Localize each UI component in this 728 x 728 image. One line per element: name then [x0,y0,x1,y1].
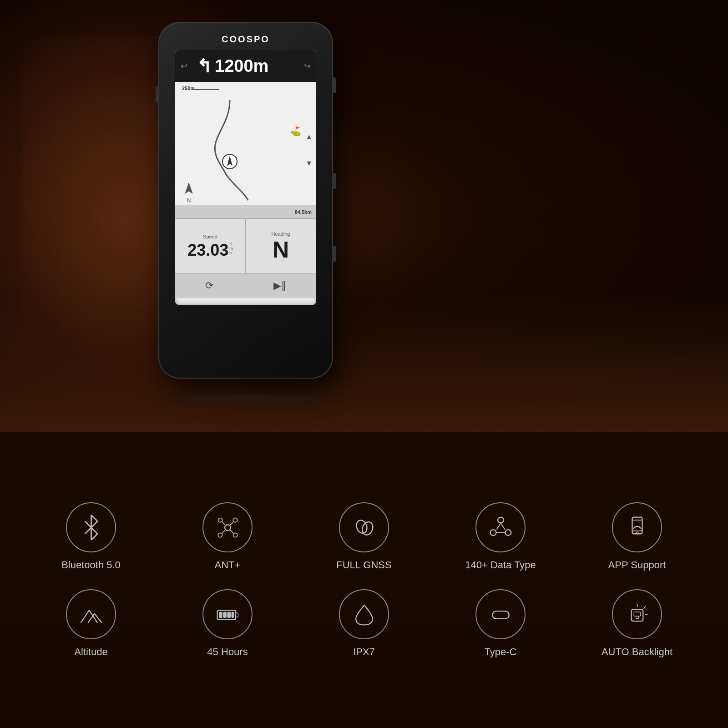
svg-point-16 [498,517,504,523]
svg-rect-32 [492,611,509,619]
svg-text:N: N [187,197,191,204]
lap-button[interactable]: ⟳ [205,280,213,292]
svg-marker-2 [185,183,192,193]
altitude-icon [79,602,104,627]
brand-label: COOSPO [222,34,270,45]
app-icon-circle [612,502,662,552]
bottom-section: Bluetooth 5.0 ANT+ [0,432,728,728]
svg-text:⛳: ⛳ [290,126,301,136]
waterproof-icon [352,602,377,627]
datatype-label: 140+ Data Type [465,559,536,571]
datatype-icon [488,515,513,540]
scroll-up-icon[interactable]: ▲ [305,133,313,141]
map-route-svg: N ⛳ [175,82,316,218]
top-section: COOSPO ↩ ↰ 1200m ↪ [0,0,728,432]
stats-row: Speed 23.03 Kmh Heading N [175,218,316,273]
ant-plus-icon [215,515,240,540]
svg-point-14 [354,519,369,535]
play-pause-button[interactable]: ▶‖ [273,280,286,292]
backlight-icon [625,602,650,627]
feature-waterproof: IPX7 [309,589,419,658]
side-button-right-top[interactable] [332,77,336,93]
svg-line-11 [230,521,233,525]
svg-point-7 [233,518,237,522]
svg-line-13 [230,530,233,533]
svg-line-10 [222,521,225,525]
side-button-left[interactable] [156,86,159,102]
usbc-label: Type-C [485,646,517,658]
features-grid: Bluetooth 5.0 ANT+ [36,502,692,658]
nav-header: ↩ ↰ 1200m ↪ [175,50,316,82]
gnss-icon [352,515,377,540]
battery-label: 45 Hours [207,646,248,658]
heading-value: N [273,238,289,261]
bluetooth-icon [79,515,104,540]
speed-value: 23.03 [187,242,228,258]
feature-backlight: AUTO Backlight [582,589,692,658]
svg-rect-38 [636,616,638,619]
map-controls: ▲ ▼ [305,133,313,167]
usbc-icon [488,602,513,627]
altitude-icon-circle [66,589,116,639]
feature-datatype: 140+ Data Type [446,502,555,571]
gnss-label: FULL GNSS [336,559,391,571]
ant-icon-circle [202,502,253,552]
feature-usbc: Type-C [446,589,555,658]
speed-label: Speed [203,234,217,239]
scroll-down-icon[interactable]: ▼ [305,159,313,167]
svg-rect-29 [223,612,226,617]
screen-bottom-bar: ⟳ ▶‖ [175,273,316,298]
waterproof-label: IPX7 [353,646,375,658]
device-reflection [168,395,328,406]
heading-label: Heading [272,231,290,237]
svg-line-19 [496,523,500,530]
device-screen: ↩ ↰ 1200m ↪ 250m [175,50,316,305]
altitude-label: Altitude [74,646,107,658]
usbc-icon-circle [475,589,526,639]
svg-point-15 [360,520,374,536]
svg-rect-31 [232,612,233,617]
ant-label: ANT+ [215,559,241,571]
feature-battery: 45 Hours [173,589,282,658]
device-container: COOSPO ↩ ↰ 1200m ↪ [159,23,350,419]
side-button-right-bot[interactable] [332,246,336,262]
device-body: COOSPO ↩ ↰ 1200m ↪ [159,23,332,378]
svg-point-9 [233,533,237,537]
app-support-icon [625,515,650,540]
back-button[interactable]: ↩ [181,61,187,71]
map-area: 250m N [175,82,316,218]
nav-distance: 1200m [215,56,268,76]
svg-point-8 [218,533,222,537]
app-support-label: APP Support [608,559,666,571]
gnss-icon-circle [339,502,389,552]
side-button-right-mid[interactable] [332,173,336,189]
svg-point-18 [505,530,511,536]
feature-bluetooth: Bluetooth 5.0 [36,502,146,571]
svg-point-6 [218,518,222,522]
feature-ant: ANT+ [173,502,282,571]
svg-point-25 [636,532,638,534]
bluetooth-label: Bluetooth 5.0 [61,559,121,571]
svg-point-5 [225,525,231,531]
battery-icon [215,602,240,627]
svg-rect-28 [219,612,222,617]
forward-button[interactable]: ↪ [304,61,311,71]
backlight-label: AUTO Backlight [602,646,672,658]
speed-unit: Kmh [229,241,233,256]
info-bar: 84.5km [175,205,316,218]
feature-app: APP Support [582,502,692,571]
bluetooth-icon-circle [66,502,116,552]
svg-line-12 [222,530,225,533]
svg-rect-30 [228,612,230,617]
datatype-icon-circle [475,502,526,552]
scale-line [192,89,219,90]
backlight-icon-circle [612,589,662,639]
svg-point-17 [490,530,496,536]
svg-line-34 [643,606,646,609]
turn-arrow-icon: ↰ [197,56,212,76]
map-scale-label: 250m [182,86,195,91]
svg-line-20 [500,523,505,530]
svg-rect-37 [634,612,641,616]
battery-icon-circle [202,589,253,639]
svg-rect-36 [631,609,643,621]
